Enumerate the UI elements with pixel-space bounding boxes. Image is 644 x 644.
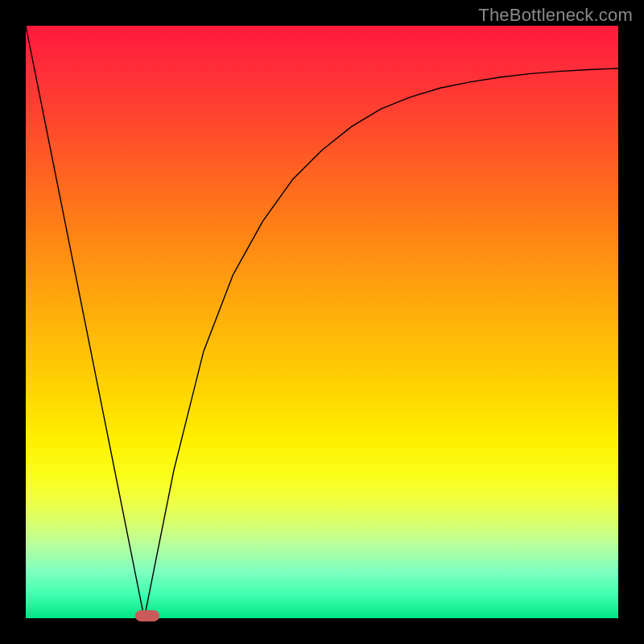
plot-area [26,26,618,618]
optimum-marker [135,610,159,621]
watermark: TheBottleneck.com [478,5,633,26]
chart-container: TheBottleneck.com [0,0,644,644]
